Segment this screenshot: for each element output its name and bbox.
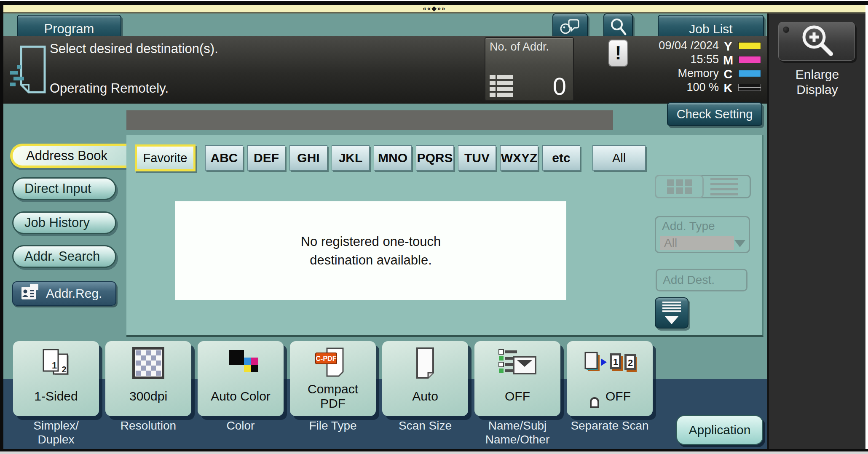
simplex-duplex-card[interactable]: 2 1 1-Sided — [13, 341, 99, 416]
sidebar-item-direct-input[interactable]: Direct Input — [12, 177, 116, 200]
svg-text:1: 1 — [613, 357, 618, 367]
tab-all[interactable]: All — [592, 145, 646, 171]
address-book-panel: Favorite ABC DEF GHI JKL MNO PQRS TUV WX… — [126, 135, 764, 337]
svg-text:2: 2 — [628, 358, 633, 368]
tab-etc[interactable]: etc — [542, 145, 580, 171]
status-bar: Select desired destination(s). Operating… — [3, 36, 767, 104]
status-date: 09/04 /2024 — [627, 39, 719, 53]
tab-wxyz[interactable]: WXYZ — [500, 145, 538, 171]
alert-icon[interactable]: ! — [608, 40, 628, 67]
enlarge-led-indicator — [783, 27, 789, 33]
simplex-duplex-label: Simplex/ Duplex — [13, 419, 99, 446]
separate-scan-label: Separate Scan — [567, 419, 653, 433]
name-subject-label: Name/Subj Name/Other — [474, 419, 560, 446]
tab-tuv[interactable]: TUV — [458, 145, 496, 171]
enlarge-display-label-line1: Enlarge — [769, 67, 865, 82]
add-type-label: Add. Type — [662, 219, 715, 233]
tab-pqrs[interactable]: PQRS — [416, 145, 454, 171]
sidebar-item-addr-search[interactable]: Addr. Search — [12, 245, 116, 268]
tab-mno[interactable]: MNO — [374, 145, 412, 171]
toner-bar-black — [738, 84, 761, 91]
color-label: Color — [198, 419, 284, 433]
blank-page-icon — [382, 345, 468, 381]
scan-size-label: Scan Size — [382, 419, 468, 433]
application-button[interactable]: Application — [676, 415, 763, 445]
toner-bar-magenta — [738, 56, 761, 63]
mfp-touchscreen: ««◆»» Program — [0, 0, 868, 454]
scan-size-card[interactable]: Auto — [382, 341, 468, 416]
tab-ghi[interactable]: GHI — [289, 145, 327, 171]
dropdown-arrow-icon — [734, 240, 745, 247]
sidebar-item-address-book[interactable]: Address Book — [10, 144, 126, 168]
color-card[interactable]: Auto Color — [198, 341, 284, 416]
tab-def[interactable]: DEF — [247, 145, 285, 171]
toner-bar-cyan — [738, 70, 761, 77]
add-type-group: Add. Type All — [655, 216, 750, 253]
status-message-primary: Select desired destination(s). — [50, 41, 218, 56]
svg-text:C-PDF: C-PDF — [316, 355, 337, 362]
toner-letter-y: Y — [720, 40, 737, 53]
bezel-bottom-edge — [0, 451, 868, 454]
address-count-label: No. of Addr. — [490, 40, 549, 53]
toner-bar-yellow — [738, 42, 761, 49]
name-subject-card[interactable]: OFF — [474, 341, 560, 416]
separate-scan-value: OFF — [605, 389, 631, 403]
compact-pdf-icon: C-PDF — [290, 345, 376, 381]
scan-size-value: Auto — [382, 381, 468, 412]
simplex-duplex-value: 1-Sided — [13, 381, 99, 412]
file-type-value: Compact PDF — [290, 381, 376, 412]
resolution-value: 300dpi — [105, 381, 191, 412]
address-count-value: 0 — [553, 72, 566, 100]
resolution-card[interactable]: 300dpi — [105, 341, 191, 416]
separate-scan-card[interactable]: 1 2 OFF — [567, 341, 653, 416]
separate-pages-icon: 1 2 — [567, 345, 653, 381]
enlarge-display-label-line2: Display — [769, 83, 865, 97]
file-type-label: File Type — [290, 419, 376, 433]
destination-display-bar — [126, 110, 613, 130]
view-toggle[interactable] — [655, 175, 751, 198]
scroll-list-icon — [662, 302, 681, 303]
file-type-card[interactable]: C-PDF Compact PDF — [290, 341, 376, 416]
status-time: 15:55 — [627, 53, 719, 67]
tab-abc[interactable]: ABC — [205, 145, 243, 171]
tab-jkl[interactable]: JKL — [332, 145, 370, 171]
status-message-secondary: Operating Remotely. — [50, 81, 169, 96]
address-count-icon — [490, 75, 513, 97]
main-area: Program Job List — [3, 13, 767, 449]
chevron-down-icon — [664, 316, 679, 324]
toner-letter-c: C — [720, 67, 737, 81]
toner-letter-k: K — [720, 81, 737, 95]
address-count-panel: No. of Addr. 0 — [485, 37, 574, 101]
toner-letter-m: M — [720, 53, 737, 67]
hardware-side-panel: Enlarge Display — [767, 13, 865, 449]
color-squares-icon — [198, 345, 284, 381]
resolution-label: Resolution — [105, 419, 191, 433]
widget-handle-strip[interactable]: ««◆»» — [3, 5, 865, 13]
enlarge-display-button[interactable] — [778, 22, 855, 61]
magnifier-plus-icon — [797, 23, 836, 60]
memory-value: 100 % — [627, 80, 719, 94]
pages-1-2-icon: 2 1 — [13, 345, 99, 381]
name-subject-value: OFF — [474, 381, 560, 412]
address-register-icon — [20, 283, 40, 304]
addr-reg-button[interactable]: Addr.Reg. — [12, 281, 116, 306]
add-dest-button[interactable]: Add Dest. — [656, 269, 747, 291]
halftone-icon — [105, 345, 191, 381]
bezel-left — [0, 5, 3, 450]
color-value: Auto Color — [198, 381, 284, 412]
tab-favorite[interactable]: Favorite — [135, 144, 196, 171]
svg-text:1: 1 — [52, 360, 57, 371]
check-setting-button[interactable]: Check Setting — [667, 102, 762, 126]
svg-text:2: 2 — [62, 365, 66, 374]
list-view-icon[interactable] — [703, 176, 745, 197]
sidebar-item-job-history[interactable]: Job History — [12, 211, 116, 234]
memory-label: Memory — [627, 67, 719, 80]
scroll-down-button[interactable] — [655, 297, 689, 328]
scan-document-icon — [10, 45, 49, 97]
machine-info: 09/04 /2024 15:55 Memory 100 % — [627, 39, 719, 94]
mini-page-icon — [589, 382, 600, 411]
addr-reg-label: Addr.Reg. — [46, 286, 102, 301]
list-envelope-icon — [474, 345, 560, 381]
grid-view-icon[interactable] — [655, 175, 704, 198]
add-type-dropdown[interactable]: All — [660, 236, 734, 250]
